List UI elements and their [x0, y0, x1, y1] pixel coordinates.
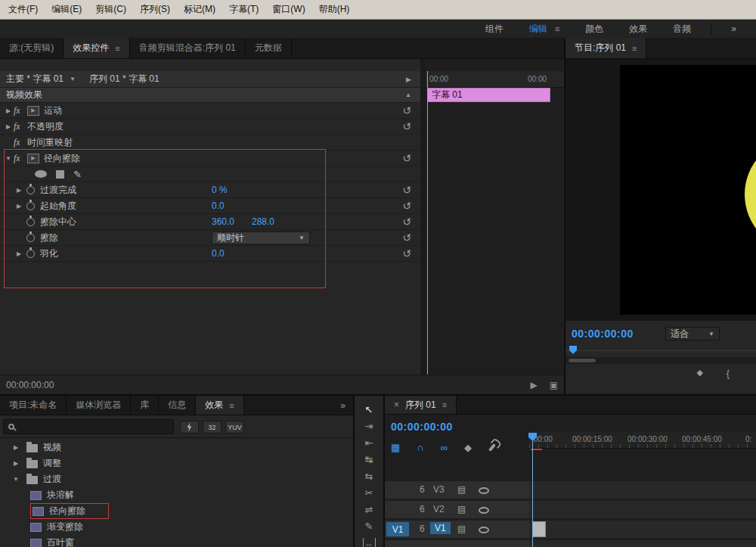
tab-project[interactable]: 项目:未命名: [0, 396, 67, 415]
effect-row-opacity[interactable]: ▶ fx 不透明度 ↺: [0, 119, 420, 135]
param-value-x[interactable]: 360.0: [212, 216, 234, 227]
folder-row-transition[interactable]: ▼ 过渡: [0, 471, 353, 487]
menu-markers[interactable]: 标记(M): [177, 1, 222, 18]
stopwatch-icon[interactable]: [26, 218, 35, 226]
track-label[interactable]: V2: [433, 504, 445, 514]
effect-row-time-remapping[interactable]: fx 时间重映射: [0, 135, 420, 151]
tab-source-monitor[interactable]: 源:(无剪辑): [0, 38, 64, 58]
workspace-editing[interactable]: 编辑: [529, 23, 547, 36]
wipe-direction-dropdown[interactable]: 顺时针 ▼: [212, 232, 310, 244]
panel-menu-icon[interactable]: ≡: [632, 44, 637, 53]
track-label[interactable]: V1: [430, 522, 451, 534]
param-value[interactable]: 0 %: [212, 185, 228, 195]
scroll-up-icon[interactable]: ▲: [405, 92, 411, 98]
chevron-down-icon[interactable]: ▼: [11, 476, 21, 483]
rate-stretch-tool[interactable]: ⇆: [365, 471, 373, 482]
tab-libraries[interactable]: 库: [131, 396, 159, 415]
subtitle-clip[interactable]: [532, 521, 546, 537]
effect-row-venetian-blinds[interactable]: 百叶窗: [0, 535, 353, 547]
track-output-icon[interactable]: ▤: [457, 484, 466, 495]
add-marker-icon[interactable]: ◆: [697, 368, 703, 378]
sync-lock-icon[interactable]: 6: [420, 484, 425, 495]
panel-menu-icon[interactable]: ≡: [442, 400, 447, 409]
ellipse-mask-icon[interactable]: [35, 170, 47, 178]
reset-icon[interactable]: ↺: [402, 153, 411, 163]
reset-icon[interactable]: ↺: [402, 232, 411, 243]
add-marker-icon[interactable]: ◆: [464, 442, 472, 453]
playhead[interactable]: [427, 71, 428, 375]
timeline-view-toggle-icon[interactable]: ▶: [406, 76, 411, 83]
program-scrollbar[interactable]: [565, 357, 756, 364]
pen-tool[interactable]: ✎: [365, 521, 373, 532]
rect-mask-icon[interactable]: [56, 170, 64, 179]
yuv-badge[interactable]: YUV: [225, 421, 244, 434]
zoom-tool[interactable]: ↔: [363, 538, 376, 547]
chevron-right-icon[interactable]: ▶: [14, 250, 24, 257]
mini-timeline-ruler[interactable]: 00:00 00:00: [426, 71, 563, 88]
workspace-overflow[interactable]: »: [731, 23, 736, 34]
tab-media-browser[interactable]: 媒体浏览器: [67, 396, 131, 415]
chevron-right-icon[interactable]: ▶: [14, 187, 24, 194]
chevron-right-icon[interactable]: ▶: [11, 444, 21, 451]
track-visibility-icon[interactable]: [479, 507, 489, 514]
chevron-right-icon[interactable]: ▶: [3, 123, 14, 130]
track-content-v1[interactable]: [529, 521, 756, 538]
chevron-right-icon[interactable]: ▶: [3, 107, 14, 114]
32bit-color-badge[interactable]: 32: [203, 421, 222, 434]
search-input[interactable]: [19, 421, 163, 433]
zoom-level-dropdown[interactable]: 适合 ▼: [665, 327, 720, 340]
folder-row-video[interactable]: ▶ 视频: [0, 440, 353, 455]
slide-tool[interactable]: ⇌: [365, 505, 373, 515]
panel-menu-icon[interactable]: ≡: [115, 44, 119, 53]
panel-menu-icon[interactable]: ≡: [229, 401, 234, 410]
reset-icon[interactable]: ↺: [402, 105, 411, 116]
track-visibility-icon[interactable]: [479, 487, 489, 494]
program-scrubber[interactable]: [565, 345, 756, 356]
tab-effects[interactable]: 效果≡: [196, 396, 243, 415]
playhead[interactable]: [569, 346, 577, 354]
scrollbar-handle[interactable]: [569, 359, 596, 362]
reset-icon[interactable]: ↺: [402, 185, 411, 195]
track-content-v3[interactable]: [529, 481, 756, 499]
effect-row-radial-wipe[interactable]: 径向擦除: [0, 503, 353, 519]
sync-lock-icon[interactable]: 6: [420, 524, 425, 534]
menu-titles[interactable]: 字幕(T): [222, 1, 265, 18]
export-frame-icon[interactable]: ▣: [550, 380, 558, 390]
track-visibility-icon[interactable]: [479, 527, 489, 533]
effect-row-radial-wipe[interactable]: ▼ fx ▶ 径向擦除 ↺: [0, 151, 420, 166]
menu-edit[interactable]: 编辑(E): [45, 1, 88, 18]
param-value[interactable]: 0.0: [212, 248, 225, 259]
workspace-assembly[interactable]: 组件: [485, 23, 503, 36]
accelerated-effects-badge[interactable]: [180, 421, 199, 434]
panel-splitter[interactable]: [420, 59, 426, 375]
track-label[interactable]: V3: [433, 484, 445, 495]
playhead-line[interactable]: [532, 434, 533, 547]
menu-sequence[interactable]: 序列(S): [133, 1, 177, 18]
track-output-icon[interactable]: ▤: [457, 524, 466, 534]
source-patch-v1[interactable]: V1: [386, 522, 409, 536]
menu-clip[interactable]: 剪辑(C): [88, 1, 133, 18]
track-content-partial[interactable]: [529, 540, 756, 547]
reset-icon[interactable]: ↺: [402, 216, 411, 227]
chevron-down-icon[interactable]: ▼: [70, 76, 76, 82]
tab-metadata[interactable]: 元数据: [246, 38, 292, 58]
effect-row-gradient-wipe[interactable]: 渐变擦除: [0, 519, 353, 535]
linked-selection-icon[interactable]: ∞: [441, 442, 448, 453]
effects-search-box[interactable]: [3, 419, 174, 434]
master-clip-label[interactable]: 主要 * 字幕 01: [6, 73, 64, 85]
chevron-down-icon[interactable]: ▼: [3, 155, 14, 162]
workspace-color[interactable]: 颜色: [585, 23, 603, 36]
ripple-edit-tool[interactable]: ⇤: [365, 438, 373, 449]
program-timecode[interactable]: 00:00:00:00: [572, 328, 634, 340]
close-icon[interactable]: ×: [394, 399, 399, 410]
mark-in-icon[interactable]: {: [727, 368, 730, 379]
selection-tool[interactable]: ↖: [365, 405, 373, 415]
tab-overflow-icon[interactable]: »: [333, 396, 353, 415]
track-select-tool[interactable]: ⇥: [365, 421, 373, 432]
timeline-timecode[interactable]: 00:00:00:00: [391, 421, 453, 433]
tab-sequence-01[interactable]: × 序列 01 ≡: [385, 396, 457, 414]
subtitle-clip[interactable]: 字幕 01: [427, 88, 550, 102]
stopwatch-icon[interactable]: [26, 186, 35, 194]
reset-icon[interactable]: ↺: [402, 121, 411, 132]
tab-audio-clip-mixer[interactable]: 音频剪辑混合器:序列 01: [130, 38, 246, 58]
